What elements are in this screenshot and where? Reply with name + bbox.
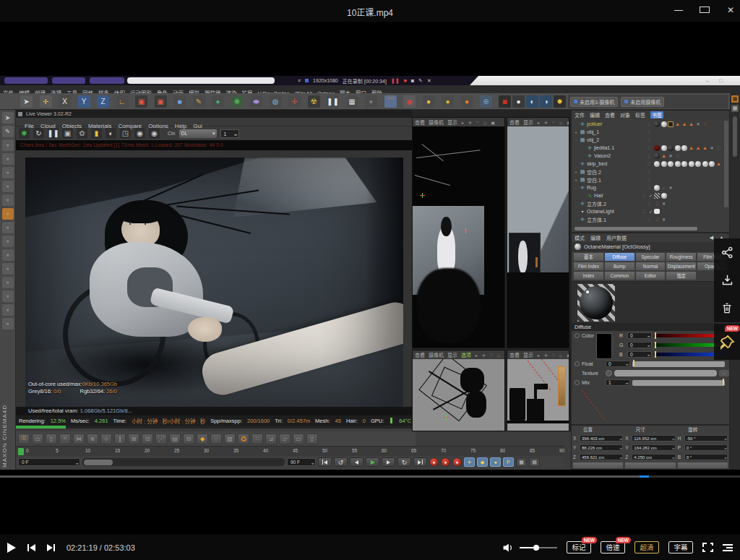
anim-tool-icon[interactable]: ⋈ (73, 434, 85, 444)
zoom-red-icon[interactable]: ◉ (403, 95, 416, 108)
channel-tab[interactable]: Specular (636, 253, 666, 261)
restart-render-icon[interactable]: ✱ (19, 128, 30, 139)
texture-toggle[interactable] (606, 370, 612, 376)
viewport-menu-item[interactable]: 摄像机 (429, 119, 444, 126)
coord-order-dropdown[interactable] (625, 462, 675, 468)
warning-triangle-icon[interactable]: ▲ (661, 153, 667, 159)
material-chip[interactable] (709, 161, 715, 167)
video-seekbar[interactable] (0, 475, 740, 478)
settings-icon[interactable]: ✿ (77, 128, 87, 139)
left-tool-icon[interactable]: ➤ (2, 112, 14, 124)
left-tool-icon[interactable]: ▫ (2, 153, 14, 165)
keying-option-button[interactable]: ▤ (529, 457, 540, 467)
visibility-dots[interactable]: ⁚⁚ (644, 225, 654, 225)
camera-tab[interactable]: 未启用3-摄像机 (570, 97, 618, 107)
viewport-header-icon[interactable]: ○ (552, 120, 555, 124)
viewport-menu-item[interactable]: 查看 (509, 351, 520, 358)
camera-tab[interactable]: 未启用摄像机 (621, 97, 664, 107)
phong-tag-icon[interactable]: ✕ (661, 217, 667, 223)
sphere-white-icon[interactable]: ● (512, 95, 525, 108)
anim-tool-icon[interactable]: ∴ (251, 434, 263, 444)
material-chip[interactable] (689, 161, 694, 167)
coord-field[interactable]: 116.952 cm (632, 435, 675, 441)
expand-icon[interactable]: + (573, 170, 579, 174)
om-menu-item-active[interactable]: 书签 (650, 111, 663, 119)
object-row[interactable]: ✛potluer⁚⁚▲▲▲✕∷ (572, 120, 723, 128)
timeline-ruler[interactable]: 051015202530354045505560657075808590 (16, 446, 564, 456)
material-chip[interactable] (654, 161, 660, 167)
channel-tab[interactable]: Diffuse (605, 253, 634, 261)
close-icon[interactable]: ✕ (427, 77, 431, 84)
generator-icon[interactable]: ❋ (231, 95, 244, 108)
color-swatch[interactable] (596, 333, 612, 359)
phong-tag-icon[interactable]: ✕ (668, 185, 674, 191)
channel-tab[interactable]: Roughness (666, 253, 696, 261)
expand-icon[interactable]: + (573, 130, 579, 134)
anim-tool-icon[interactable]: ⊟ (183, 434, 194, 444)
viewport-header-icon[interactable]: ▸ (538, 353, 540, 358)
viewport-header-icon[interactable]: ▸ (462, 120, 464, 125)
anim-tool-icon[interactable]: ≋ (87, 434, 98, 444)
om-menu-item[interactable]: 标签 (635, 111, 645, 119)
material-chip[interactable] (654, 209, 660, 214)
object-row[interactable]: +▤空白.1⁚⁚ (572, 176, 723, 184)
coord-mode-dropdown[interactable] (573, 462, 623, 468)
sun-light-icon[interactable]: ✹ (554, 95, 566, 108)
seekbar-position[interactable] (640, 475, 649, 478)
enabled-check-icon[interactable]: ✓ (649, 209, 654, 214)
phong-tag-icon[interactable]: ✕ (661, 225, 667, 226)
close-button[interactable]: ✕ (726, 5, 736, 15)
vertical-scrollbar[interactable] (724, 121, 728, 207)
play-forward-button[interactable] (366, 457, 379, 467)
object-row[interactable]: -✛Rug⁚⁚∷✕ (572, 184, 723, 191)
material-chip[interactable]: ∷ (661, 185, 667, 191)
visibility-dots[interactable]: ⁚⁚ (639, 209, 649, 214)
object-name[interactable]: skip_bed (587, 161, 607, 166)
recorder-slider[interactable] (127, 77, 275, 84)
visibility-dots[interactable]: ⁚⁚ (644, 169, 654, 174)
recorder-window-controls[interactable]: – □ (705, 77, 727, 84)
subtitle-button[interactable]: 字幕 (668, 541, 693, 553)
material-chip[interactable] (661, 121, 667, 127)
sphere-moon2-icon[interactable]: ◑ (540, 95, 552, 108)
mix-slider[interactable] (632, 380, 725, 386)
mix-toggle[interactable] (575, 380, 580, 385)
visibility-dots[interactable]: ⁚⁚ (644, 129, 654, 134)
maximize-button[interactable] (700, 5, 710, 15)
viewport-header-icon[interactable]: ○ (552, 353, 555, 357)
coord-field[interactable]: -50 ° (684, 435, 728, 441)
object-row[interactable]: ∿Hair⁚⁚✓ (572, 191, 723, 199)
warning-triangle-icon[interactable]: ▲ (689, 121, 694, 127)
attribute-tab[interactable]: 模式 (575, 234, 585, 241)
viewport-silhouette[interactable]: 查看显示▸✛○◇▣ (507, 350, 569, 431)
visibility-dots[interactable]: ⁚⁚ (644, 177, 654, 182)
anim-tool-icon[interactable]: ▯ (46, 434, 57, 444)
object-name[interactable]: 立方体.2 (587, 200, 606, 207)
start-frame-field[interactable]: 0 F (18, 458, 80, 466)
region-icon[interactable]: ▣ (62, 128, 73, 139)
left-tool-icon[interactable]: ✎ (2, 126, 14, 137)
visibility-dots[interactable]: ⁚⁚ (644, 201, 654, 206)
channel-tab[interactable]: Editor (636, 272, 666, 280)
left-tool-icon[interactable]: ▫ (2, 236, 14, 247)
left-tool-icon[interactable]: ▫ (2, 277, 14, 288)
layout-icon[interactable]: ▦ (731, 105, 739, 112)
object-name[interactable]: potluer (587, 121, 602, 126)
viewport-header-icon[interactable]: ✛ (482, 353, 486, 358)
channel-tab[interactable]: Displacement (666, 262, 696, 270)
object-name[interactable]: obj_1 (587, 129, 599, 134)
viewport-header-icon[interactable]: ▣ (491, 120, 495, 125)
material-chip[interactable] (695, 161, 701, 167)
viewport-menu-item[interactable]: 摄像机 (429, 351, 444, 358)
material-chip[interactable] (668, 121, 674, 127)
attribute-tab[interactable]: 用户数据 (606, 234, 627, 241)
material-chip[interactable] (654, 185, 660, 191)
coord-system-icon[interactable]: ∟ (116, 95, 129, 108)
play-reverse-button[interactable]: ↺ (334, 457, 348, 467)
anim-tool-icon[interactable]: ▭ (32, 434, 43, 444)
cln-dropdown[interactable]: DL (179, 129, 217, 138)
material-chip[interactable]: ∷ (654, 217, 660, 223)
next-button[interactable] (47, 544, 55, 551)
phong-tag-icon[interactable]: ✕ (709, 145, 715, 151)
om-menu-item[interactable]: 对象 (620, 111, 630, 119)
